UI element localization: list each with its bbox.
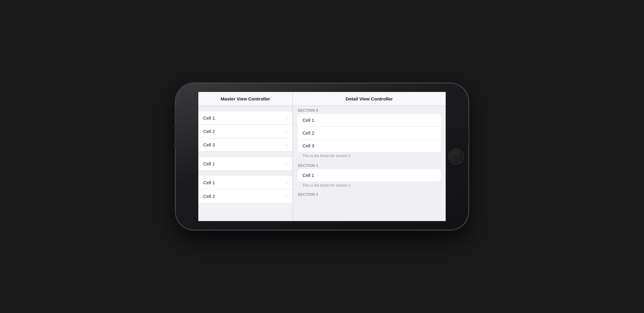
chevron-icon: ›: [286, 180, 288, 185]
master-s2-cell2-label: Cell 2: [203, 194, 284, 199]
detail-table-view[interactable]: SECTION 0 Cell 1 Cell 2 Cell 3 This is t…: [293, 106, 446, 221]
power-button: [468, 129, 470, 144]
detail-s0-footer: This is the footer for section 0: [293, 153, 446, 161]
volume-up-button: [174, 123, 176, 134]
detail-pane: Detail View Controller SECTION 0 Cell 1 …: [293, 92, 446, 221]
detail-s1-cell1[interactable]: Cell 1: [298, 169, 441, 181]
master-s2-cell1-label: Cell 1: [203, 180, 284, 185]
detail-s0-cell2-label: Cell 2: [303, 130, 314, 135]
chevron-icon: ›: [286, 129, 288, 134]
detail-s0-cell3-label: Cell 3: [303, 143, 314, 148]
phone-screen: Master View Controller Cell 1 › Cell 2 ›…: [198, 92, 446, 221]
master-header: Master View Controller: [198, 92, 292, 106]
chevron-icon: ›: [286, 142, 288, 147]
volume-down-button: [174, 138, 176, 149]
detail-s0-cell1[interactable]: Cell 1: [298, 114, 441, 127]
master-section0-gap: [198, 106, 292, 111]
detail-s0-header: SECTION 0: [293, 106, 446, 114]
detail-s1-header: SECTION 1: [293, 161, 446, 169]
master-section2-gap: [198, 171, 292, 176]
master-s1-cell1[interactable]: Cell 1 ›: [198, 157, 292, 171]
detail-s1-cell1-label: Cell 1: [303, 173, 314, 178]
master-s0-cell3-label: Cell 3: [203, 142, 284, 147]
master-s0-cell2[interactable]: Cell 2 ›: [198, 125, 292, 138]
master-section1-gap: [198, 152, 292, 157]
master-s0-cell2-label: Cell 2: [203, 129, 284, 134]
detail-s1-footer: This is the footer for section 1: [293, 182, 446, 191]
master-s0-cell3[interactable]: Cell 3 ›: [198, 138, 292, 152]
master-table-view[interactable]: Cell 1 › Cell 2 › Cell 3 › Cell 1: [198, 106, 292, 221]
mute-button: [174, 110, 176, 118]
master-s2-cell2[interactable]: Cell 2 ›: [198, 189, 292, 203]
detail-header: Detail View Controller: [293, 92, 446, 106]
master-s1-cell1-label: Cell 1: [203, 161, 284, 166]
master-pane: Master View Controller Cell 1 › Cell 2 ›…: [198, 92, 293, 221]
home-button[interactable]: [448, 149, 464, 164]
master-s2-cell1[interactable]: Cell 1 ›: [198, 176, 292, 189]
detail-s0-cell1-label: Cell 1: [303, 118, 314, 123]
phone-frame: Master View Controller Cell 1 › Cell 2 ›…: [176, 83, 468, 230]
chevron-icon: ›: [286, 161, 288, 166]
detail-s1-group: Cell 1: [298, 169, 441, 181]
chevron-icon: ›: [286, 116, 288, 121]
split-view: Master View Controller Cell 1 › Cell 2 ›…: [198, 92, 446, 221]
detail-s2-header: SECTION 2: [293, 191, 446, 198]
master-title: Master View Controller: [221, 96, 270, 101]
detail-s0-cell3[interactable]: Cell 3: [298, 139, 441, 152]
detail-s0-cell2[interactable]: Cell 2: [298, 127, 441, 139]
chevron-icon: ›: [286, 194, 288, 199]
master-s0-cell1[interactable]: Cell 1 ›: [198, 111, 292, 125]
master-s0-cell1-label: Cell 1: [203, 115, 284, 121]
detail-s0-group: Cell 1 Cell 2 Cell 3: [298, 114, 441, 152]
detail-title: Detail View Controller: [346, 96, 393, 101]
